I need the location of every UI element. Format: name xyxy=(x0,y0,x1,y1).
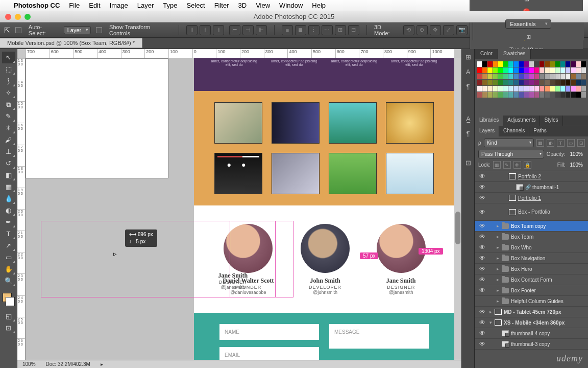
visibility-toggle[interactable]: 👁 xyxy=(475,222,489,229)
path-tool[interactable]: ↗ xyxy=(2,240,15,251)
swatch[interactable] xyxy=(555,92,560,98)
swatch[interactable] xyxy=(482,74,487,79)
swatch[interactable] xyxy=(534,92,539,98)
swatch[interactable] xyxy=(524,86,529,91)
visibility-toggle[interactable]: 👁 xyxy=(475,233,489,240)
swatch[interactable] xyxy=(477,80,482,85)
swatch[interactable] xyxy=(560,80,565,85)
gradient-tool[interactable]: ▦ xyxy=(2,181,15,193)
marquee-tool[interactable]: ⬚ xyxy=(2,63,15,75)
swatch[interactable] xyxy=(566,92,570,98)
swatch[interactable] xyxy=(493,80,498,85)
swatch[interactable] xyxy=(550,86,555,91)
swatch[interactable] xyxy=(560,61,565,67)
swatch[interactable] xyxy=(566,61,570,67)
swatch[interactable] xyxy=(508,67,513,73)
swatch[interactable] xyxy=(560,74,565,79)
align-left-icon[interactable]: ⊢ xyxy=(229,25,240,35)
swatch[interactable] xyxy=(519,74,524,79)
swatch[interactable] xyxy=(477,86,482,91)
swatch[interactable] xyxy=(560,67,565,73)
layer-row[interactable]: 👁▸Box Hero xyxy=(475,264,588,274)
menu-edit[interactable]: Edit xyxy=(84,2,105,9)
swatch[interactable] xyxy=(534,86,539,91)
swatch[interactable] xyxy=(477,74,482,79)
swatch[interactable] xyxy=(550,61,555,67)
swatch[interactable] xyxy=(498,80,503,85)
history-icon[interactable]: ⊞ xyxy=(465,53,471,61)
layers-tab[interactable]: Layers xyxy=(475,126,499,136)
swatch[interactable] xyxy=(571,86,575,91)
zoom-value[interactable]: 100% xyxy=(22,361,36,367)
swatch[interactable] xyxy=(555,67,560,73)
swatch[interactable] xyxy=(534,61,539,67)
styles-tab[interactable]: Styles xyxy=(540,116,562,126)
swatch[interactable] xyxy=(555,80,560,85)
swatch[interactable] xyxy=(581,67,586,73)
swatch[interactable] xyxy=(487,80,492,85)
swatch[interactable] xyxy=(498,74,503,79)
layer-row[interactable]: 👁▸Box Team copy xyxy=(475,221,588,232)
swatch[interactable] xyxy=(550,80,555,85)
libraries-tab[interactable]: Libraries xyxy=(475,116,503,126)
swatch[interactable] xyxy=(545,67,549,73)
canvas[interactable]: amet, consectetur adipisicing elit, sed … xyxy=(26,58,454,360)
swatch[interactable] xyxy=(555,61,560,67)
layer-row[interactable]: ▸Helpful Column Guides xyxy=(475,296,588,307)
filter-adjust-icon[interactable]: ◐ xyxy=(547,139,554,147)
swatch[interactable] xyxy=(498,67,503,73)
swatch[interactable] xyxy=(477,67,482,73)
layer-row[interactable]: 👁thumbnail-4 copy xyxy=(475,328,588,339)
stamp-tool[interactable]: ⊥ xyxy=(2,146,15,157)
dist-6-icon[interactable]: ⊟ xyxy=(348,25,359,35)
layer-row[interactable]: 👁▸Box Who xyxy=(475,242,588,253)
swatch[interactable] xyxy=(487,86,492,91)
align-bottom-icon[interactable]: ⫵ xyxy=(213,25,224,35)
lasso-tool[interactable]: ⟆ xyxy=(2,75,15,87)
swatch[interactable] xyxy=(581,80,586,85)
swatch[interactable] xyxy=(524,92,529,98)
swatch[interactable] xyxy=(540,86,544,91)
menu-layer[interactable]: Layer xyxy=(133,2,159,9)
swatch[interactable] xyxy=(498,61,503,67)
menu-view[interactable]: View xyxy=(251,2,275,9)
visibility-toggle[interactable]: 👁 xyxy=(475,330,489,337)
swatch[interactable] xyxy=(581,92,586,98)
layer-row[interactable]: 👁▸Box Contact Form xyxy=(475,274,588,285)
swatch[interactable] xyxy=(477,92,482,98)
filter-smart-icon[interactable]: ⊡ xyxy=(577,139,585,147)
swatch[interactable] xyxy=(487,61,492,67)
filter-shape-icon[interactable]: ▭ xyxy=(567,139,575,147)
swatch[interactable] xyxy=(534,80,539,85)
swatch[interactable] xyxy=(519,80,524,85)
channels-tab[interactable]: Channels xyxy=(499,126,529,136)
swatch[interactable] xyxy=(503,80,508,85)
3d-slide-icon[interactable]: ⤢ xyxy=(443,25,454,35)
swatch[interactable] xyxy=(513,67,518,73)
swatch[interactable] xyxy=(519,92,524,98)
layers-list[interactable]: 👁Portfolio 2👁🔗thumbnail-1👁Portfolio 1👁Bo… xyxy=(475,171,588,368)
swatch[interactable] xyxy=(566,74,570,79)
swatch[interactable] xyxy=(508,74,513,79)
filter-type-icon[interactable]: T xyxy=(557,139,565,147)
swatch[interactable] xyxy=(524,74,529,79)
layer-row[interactable]: 👁▾XS - Mobile <34em 360px xyxy=(475,317,588,328)
menu-type[interactable]: Type xyxy=(158,2,182,9)
swatch[interactable] xyxy=(524,61,529,67)
swatch[interactable] xyxy=(524,67,529,73)
swatch[interactable] xyxy=(581,61,586,67)
swatch[interactable] xyxy=(571,74,575,79)
swatch[interactable] xyxy=(571,80,575,85)
align-hcenter-icon[interactable]: ⊣ xyxy=(242,25,254,35)
eyedropper-tool[interactable]: ✎ xyxy=(2,110,15,122)
visibility-toggle[interactable]: 👁 xyxy=(475,276,489,283)
swatch[interactable] xyxy=(581,74,586,79)
visibility-toggle[interactable]: 👁 xyxy=(475,308,489,315)
swatch[interactable] xyxy=(560,92,565,98)
swatch[interactable] xyxy=(519,67,524,73)
quickmask-tool[interactable]: ◱ xyxy=(2,310,15,322)
swatch[interactable] xyxy=(529,74,534,79)
swatch[interactable] xyxy=(555,86,560,91)
menu-3d[interactable]: 3D xyxy=(234,2,252,9)
visibility-toggle[interactable]: 👁 xyxy=(475,244,489,251)
